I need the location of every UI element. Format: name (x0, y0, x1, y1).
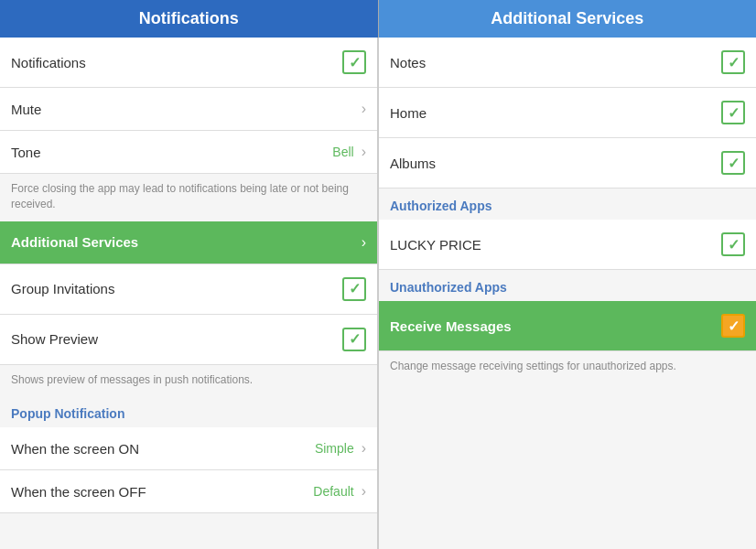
show-preview-notice: Shows preview of messages in push notifi… (0, 365, 377, 397)
screen-off-label: When the screen OFF (11, 484, 146, 500)
screen-on-value: Simple (315, 441, 354, 456)
lucky-price-item[interactable]: LUCKY PRICE (379, 220, 756, 270)
show-preview-checkbox[interactable] (342, 328, 366, 351)
albums-label: Albums (390, 156, 436, 171)
tone-value: Bell (332, 145, 353, 159)
mute-chevron-icon: › (362, 101, 366, 117)
show-preview-item[interactable]: Show Preview (0, 315, 377, 365)
screen-on-label: When the screen ON (11, 441, 139, 457)
group-invitations-checkbox[interactable] (342, 277, 366, 301)
receive-messages-item[interactable]: Receive Messages (379, 301, 756, 351)
right-panel: Notes Home Albums Authorized Apps LUCKY … (378, 38, 756, 549)
notes-checkbox[interactable] (721, 50, 745, 74)
screen-on-item[interactable]: When the screen ON Simple › (0, 427, 377, 470)
authorized-apps-section: Authorized Apps (379, 188, 756, 220)
left-panel: Notifications Mute › Tone Bell › Force c… (0, 38, 378, 549)
notifications-header-title: Notifications (139, 9, 239, 27)
home-checkbox[interactable] (721, 101, 745, 124)
additional-services-label: Additional Services (11, 234, 138, 250)
tone-value-group: Bell › (332, 144, 366, 160)
notifications-checkbox[interactable] (342, 50, 366, 74)
group-invitations-item[interactable]: Group Invitations (0, 264, 377, 315)
popup-notification-label: Popup Notification (11, 406, 124, 421)
home-label: Home (390, 105, 427, 121)
receive-messages-label: Receive Messages (390, 318, 512, 334)
show-preview-label: Show Preview (11, 331, 98, 347)
receive-messages-notice: Change message receiving settings for un… (379, 351, 756, 383)
additional-services-header: Additional Services (378, 0, 757, 38)
screen-on-chevron-icon: › (362, 440, 366, 457)
additional-services-chevron-icon: › (362, 234, 366, 251)
authorized-apps-label: Authorized Apps (390, 199, 491, 213)
screen-off-item[interactable]: When the screen OFF Default › (0, 470, 377, 513)
lucky-price-checkbox[interactable] (721, 232, 745, 256)
mute-item[interactable]: Mute › (0, 88, 377, 131)
screen-off-value-group: Default › (313, 483, 366, 500)
notes-item[interactable]: Notes (379, 38, 756, 88)
albums-checkbox[interactable] (721, 151, 745, 175)
screen-on-value-group: Simple › (315, 440, 366, 457)
tone-item[interactable]: Tone Bell › (0, 131, 377, 174)
receive-messages-checkbox[interactable] (721, 314, 745, 338)
unauthorized-apps-label: Unauthorized Apps (390, 280, 507, 295)
notifications-header: Notifications (0, 0, 378, 38)
screen-off-chevron-icon: › (362, 483, 366, 500)
group-invitations-label: Group Invitations (11, 281, 114, 296)
additional-services-header-title: Additional Services (491, 9, 643, 27)
notifications-label: Notifications (11, 55, 86, 70)
home-item[interactable]: Home (379, 88, 756, 138)
force-close-notice: Force closing the app may lead to notifi… (0, 174, 377, 221)
tone-chevron-icon: › (362, 144, 366, 160)
albums-item[interactable]: Albums (379, 138, 756, 188)
popup-notification-section: Popup Notification (0, 396, 377, 427)
notes-label: Notes (390, 55, 426, 70)
mute-label: Mute (11, 102, 41, 117)
notifications-item[interactable]: Notifications (0, 38, 377, 88)
screen-off-value: Default (313, 484, 353, 499)
tone-label: Tone (11, 145, 41, 160)
unauthorized-apps-section: Unauthorized Apps (379, 270, 756, 301)
additional-services-item[interactable]: Additional Services › (0, 221, 377, 264)
lucky-price-label: LUCKY PRICE (390, 237, 481, 253)
